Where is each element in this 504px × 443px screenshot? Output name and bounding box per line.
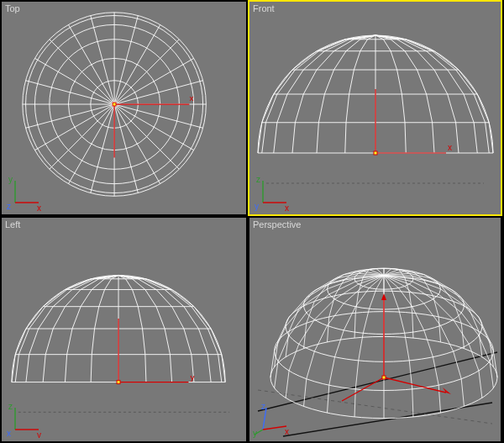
viewport-canvas-top: x (2, 2, 246, 214)
viewport-left[interactable]: Left y zyx (1, 217, 247, 442)
viewport-perspective[interactable]: Perspective zxy (249, 217, 501, 442)
viewport-canvas-perspective (249, 218, 501, 441)
svg-text:y: y (190, 372, 194, 382)
svg-rect-88 (382, 376, 386, 379)
svg-text:x: x (448, 143, 452, 152)
viewport-grid: Top x yxz Front x zxy Left y zyx Perspec… (0, 0, 504, 443)
svg-text:x: x (189, 93, 193, 103)
svg-marker-86 (381, 293, 386, 300)
svg-rect-49 (374, 151, 377, 155)
svg-rect-33 (113, 103, 116, 106)
svg-marker-87 (443, 388, 451, 394)
viewport-front[interactable]: Front x zxy (249, 1, 501, 215)
viewport-canvas-front: x (249, 2, 501, 214)
viewport-top[interactable]: Top x yxz (1, 1, 247, 215)
svg-rect-66 (117, 381, 120, 384)
viewport-canvas-left: y (2, 218, 246, 441)
svg-line-75 (258, 390, 492, 424)
